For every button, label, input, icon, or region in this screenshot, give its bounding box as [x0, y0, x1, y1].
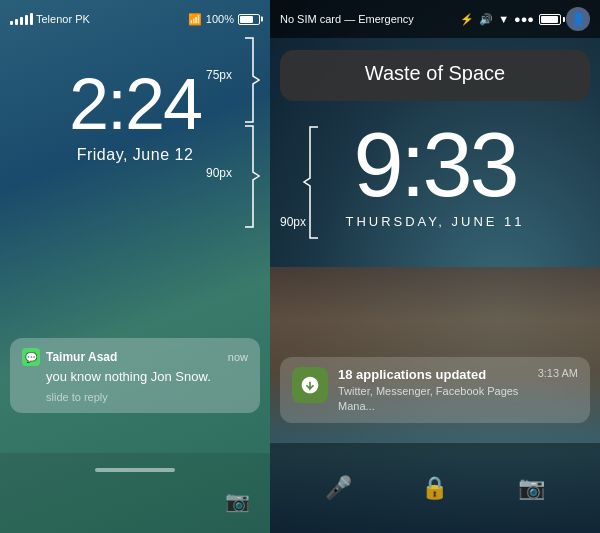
status-right-left: 📶 100% [188, 13, 260, 26]
left-phone-panel: Telenor PK 📶 100% 2:24 Friday, June 12 7… [0, 0, 270, 533]
bluetooth-icon: ⚡ [460, 13, 474, 26]
status-bar-right: No SIM card — Emergency ⚡ 🔊 ▼ ●●● 👤 [270, 0, 600, 38]
signal-icon [10, 13, 33, 25]
mic-icon[interactable]: 🎤 [325, 475, 352, 501]
notification-bottom-right[interactable]: 18 applications updated Twitter, Messeng… [280, 357, 590, 423]
slide-to-reply[interactable]: slide to reply [46, 391, 248, 403]
brace-90-right-icon [300, 125, 325, 240]
app-update-icon [292, 367, 328, 403]
clock-left: 2:24 Friday, June 12 [69, 68, 201, 164]
notif-content-right: 18 applications updated Twitter, Messeng… [338, 367, 528, 413]
avatar-icon[interactable]: 👤 [566, 7, 590, 31]
annotation-75px: 75px [206, 68, 232, 82]
annotation-90px: 90px [206, 166, 232, 180]
status-icons-right: ⚡ 🔊 ▼ ●●● 👤 [460, 7, 590, 31]
carrier-info: Telenor PK [10, 13, 90, 25]
banner-title: Waste of Space [296, 62, 574, 85]
bottom-bar-right: 🎤 🔒 📷 [270, 443, 600, 533]
notif-header-left: 💬 Taimur Asad now [22, 348, 248, 366]
wifi-icon-right: ▼ [498, 13, 509, 25]
notif-time-left: now [228, 351, 248, 363]
no-sim-label: No SIM card — Emergency [280, 13, 414, 25]
bottom-bar-left [0, 453, 270, 533]
status-bar-left: Telenor PK 📶 100% [0, 0, 270, 38]
right-phone-panel: No SIM card — Emergency ⚡ 🔊 ▼ ●●● 👤 Wast… [270, 0, 600, 533]
battery-percent: 100% [206, 13, 234, 25]
message-app-icon: 💬 [22, 348, 40, 366]
camera-icon-right[interactable]: 📷 [518, 475, 545, 501]
wifi-icon: 📶 [188, 13, 202, 26]
carrier-name: Telenor PK [36, 13, 90, 25]
notification-banner-right[interactable]: Waste of Space [280, 50, 590, 101]
notification-left[interactable]: 💬 Taimur Asad now you know nothing Jon S… [10, 338, 260, 413]
battery-right [539, 14, 561, 25]
signal-icon-right: ●●● [514, 13, 534, 25]
brace-75-icon [235, 36, 265, 124]
notif-subtitle-right: Twitter, Messenger, Facebook Pages Mana.… [338, 384, 528, 413]
volume-icon: 🔊 [479, 13, 493, 26]
date-display-left: Friday, June 12 [69, 146, 201, 164]
time-display-left: 2:24 [69, 68, 201, 140]
notif-app-name: Taimur Asad [46, 350, 117, 364]
brace-90-icon [235, 124, 265, 229]
home-indicator[interactable] [95, 468, 175, 472]
no-sim-text: No SIM card — Emergency [280, 13, 414, 25]
notif-message: you know nothing Jon Snow. [46, 369, 248, 386]
notif-time-right: 3:13 AM [538, 367, 578, 379]
notif-title-right: 18 applications updated [338, 367, 528, 382]
lock-icon[interactable]: 🔒 [421, 475, 448, 501]
battery-icon [238, 14, 260, 25]
download-icon [300, 375, 320, 395]
